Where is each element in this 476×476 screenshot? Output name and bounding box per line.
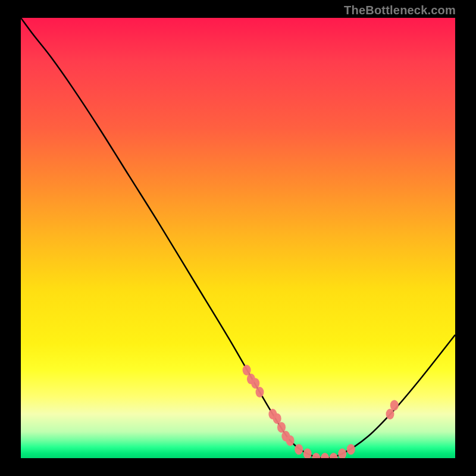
marker-dot	[321, 453, 329, 458]
marker-dot	[277, 422, 286, 433]
marker-dot	[330, 453, 338, 458]
marker-dot	[295, 444, 303, 455]
marker-dot	[386, 409, 394, 419]
marker-dot	[251, 378, 259, 389]
marker-dot	[390, 400, 399, 411]
marker-dot	[273, 413, 281, 424]
marker-dot	[312, 453, 320, 458]
chart-frame: TheBottleneck.com	[0, 0, 476, 476]
bottleneck-curve	[21, 18, 455, 458]
marker-dot	[286, 435, 295, 446]
marker-dot	[347, 444, 355, 455]
marker-dot	[243, 365, 251, 375]
marker-dot	[338, 449, 346, 458]
marker-dots	[243, 365, 399, 458]
marker-dot	[303, 449, 312, 458]
plot-area	[21, 18, 455, 458]
watermark-text: TheBottleneck.com	[344, 4, 456, 17]
bottleneck-curve-path	[21, 18, 455, 458]
curve-layer	[21, 18, 455, 458]
marker-dot	[256, 387, 264, 397]
